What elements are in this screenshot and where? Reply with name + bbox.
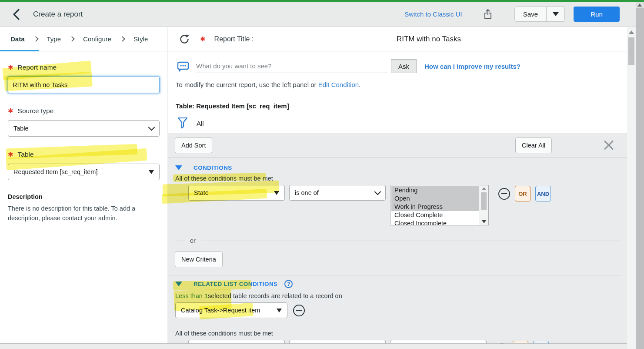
wizard-breadcrumb: Data Type Configure Style bbox=[0, 27, 167, 51]
listbox-option[interactable]: Closed Complete bbox=[391, 211, 479, 219]
active-step-indicator bbox=[0, 50, 39, 51]
required-icon: ✱ bbox=[8, 107, 13, 115]
related-table-value: Catalog Task->Request item bbox=[181, 307, 277, 314]
source-type-value: Table bbox=[13, 125, 149, 132]
filter-all-label[interactable]: All bbox=[197, 120, 204, 127]
related-met-text: All of these conditions must be met bbox=[175, 330, 627, 337]
scroll-up-icon bbox=[629, 30, 634, 34]
conditions-section-header[interactable]: CONDITIONS bbox=[175, 164, 627, 171]
save-button[interactable]: Save bbox=[515, 7, 547, 21]
operator-value: is one of bbox=[295, 189, 375, 196]
chevron-right-icon bbox=[69, 36, 75, 42]
run-button[interactable]: Run bbox=[574, 7, 620, 22]
condition-toolbar: Add Sort Clear All bbox=[168, 133, 627, 158]
empty-operator-select[interactable] bbox=[289, 340, 386, 343]
related-table-select[interactable]: Catalog Task->Request item bbox=[175, 302, 287, 318]
close-icon[interactable] bbox=[603, 140, 614, 151]
text-cursor bbox=[68, 81, 68, 89]
edit-condition-link[interactable]: Edit Condition bbox=[318, 81, 359, 88]
ask-row: Ask How can I improve my results? bbox=[177, 58, 627, 74]
table-select[interactable]: Requested Item [sc_req_item] bbox=[8, 164, 160, 180]
source-type-select[interactable]: Table bbox=[8, 120, 160, 137]
report-name-label: ✱ Report name bbox=[8, 64, 159, 71]
related-list-section-header[interactable]: RELATED LIST CONDITIONS ? bbox=[175, 280, 627, 288]
modify-hint: To modify the current report, use the le… bbox=[176, 81, 627, 88]
field-value: State bbox=[194, 189, 274, 196]
related-condition-text: Less than 1selected table records are re… bbox=[175, 292, 627, 299]
scroll-thumb bbox=[481, 192, 487, 210]
save-split-button: Save bbox=[514, 7, 565, 22]
state-choices-listbox: PendingOpenWork in ProgressClosed Comple… bbox=[390, 185, 479, 225]
source-type-label: ✱ Source type bbox=[8, 107, 159, 115]
browser-scrollbar[interactable] bbox=[636, 0, 644, 349]
tab-type[interactable]: Type bbox=[47, 35, 61, 43]
section-divider bbox=[168, 275, 621, 275]
listbox-option[interactable]: Closed Incomplete bbox=[391, 219, 479, 225]
funnel-filter-icon[interactable] bbox=[177, 117, 188, 130]
listbox-scrollbar[interactable] bbox=[479, 185, 488, 225]
clear-all-button[interactable]: Clear All bbox=[515, 138, 552, 153]
share-export-icon bbox=[483, 9, 493, 20]
scroll-thumb bbox=[628, 37, 634, 65]
table-value: Requested Item [sc_req_item] bbox=[13, 168, 149, 175]
or-divider-label: or bbox=[190, 237, 196, 244]
triangle-down-icon bbox=[149, 170, 154, 174]
save-menu-button[interactable] bbox=[547, 7, 564, 21]
listbox-option[interactable]: Open bbox=[391, 195, 479, 203]
report-name-value: RITM with no Tasks bbox=[13, 81, 67, 88]
condition-row: State is one of PendingOpenWork in Progr… bbox=[188, 185, 627, 225]
help-icon[interactable]: ? bbox=[284, 280, 293, 288]
table-label: ✱ Table bbox=[8, 151, 159, 158]
chevron-right-icon bbox=[120, 36, 125, 42]
improve-results-link[interactable]: How can I improve my results? bbox=[424, 63, 521, 70]
new-criteria-button[interactable]: New Criteria bbox=[175, 252, 223, 267]
switch-classic-ui-link[interactable]: Switch to Classic UI bbox=[404, 10, 462, 18]
listbox-option[interactable]: Pending bbox=[391, 186, 479, 195]
required-icon: ✱ bbox=[8, 151, 13, 158]
inner-scrollbar[interactable] bbox=[627, 27, 636, 349]
tab-data[interactable]: Data bbox=[10, 35, 25, 43]
chevron-down-icon bbox=[148, 124, 155, 131]
app-header: Create a report Switch to Classic UI Sav… bbox=[0, 2, 644, 27]
or-divider: or bbox=[175, 237, 621, 244]
description-heading: Description bbox=[8, 193, 159, 200]
horizontal-scrollbar[interactable] bbox=[0, 343, 627, 349]
tab-configure[interactable]: Configure bbox=[83, 35, 111, 43]
ask-button[interactable]: Ask bbox=[391, 59, 417, 73]
field-select[interactable]: State bbox=[188, 185, 285, 201]
top-accent-bar bbox=[0, 0, 644, 2]
refresh-button[interactable] bbox=[178, 33, 190, 45]
remove-condition-button[interactable] bbox=[498, 188, 510, 200]
report-name-input[interactable]: RITM with no Tasks bbox=[8, 77, 160, 93]
operator-select[interactable]: is one of bbox=[289, 185, 386, 201]
condition-builder-panel: Add Sort Clear All CONDITIONS All of the… bbox=[168, 133, 627, 343]
required-icon: ✱ bbox=[8, 64, 13, 71]
report-title-value: RITM with no Tasks bbox=[377, 35, 481, 44]
related-list-section-title: RELATED LIST CONDITIONS bbox=[194, 281, 277, 287]
chevron-right-icon bbox=[33, 36, 39, 42]
collapse-triangle-icon bbox=[175, 165, 182, 170]
add-sort-button[interactable]: Add Sort bbox=[175, 138, 212, 153]
and-button[interactable]: AND bbox=[535, 186, 551, 201]
page-title: Create a report bbox=[33, 10, 83, 19]
choose-field-select[interactable]: -- choose field -- bbox=[188, 340, 285, 343]
report-title-row: ✱ Report Title : RITM with no Tasks bbox=[168, 27, 627, 51]
empty-value-input[interactable] bbox=[390, 340, 487, 343]
description-text: There is no description for this table. … bbox=[8, 204, 161, 223]
tab-style[interactable]: Style bbox=[133, 35, 148, 43]
listbox-option[interactable]: Work in Progress bbox=[391, 203, 479, 211]
triangle-down-icon bbox=[553, 12, 559, 16]
related-list-row: Catalog Task->Request item bbox=[175, 302, 627, 318]
filter-row: All bbox=[177, 117, 627, 130]
ask-input[interactable] bbox=[196, 59, 387, 73]
collapse-triangle-icon bbox=[175, 282, 182, 286]
refresh-icon bbox=[179, 34, 190, 45]
related-count-text[interactable]: Less than 1 bbox=[175, 292, 208, 299]
back-button[interactable] bbox=[10, 8, 23, 21]
share-button[interactable] bbox=[481, 8, 494, 21]
related-condition-row: -- choose field -- OR AND bbox=[188, 340, 627, 343]
report-title-label: Report Title : bbox=[214, 35, 254, 43]
remove-related-button[interactable] bbox=[293, 305, 305, 316]
or-button[interactable]: OR bbox=[515, 186, 531, 201]
value-listbox[interactable]: PendingOpenWork in ProgressClosed Comple… bbox=[390, 185, 489, 225]
